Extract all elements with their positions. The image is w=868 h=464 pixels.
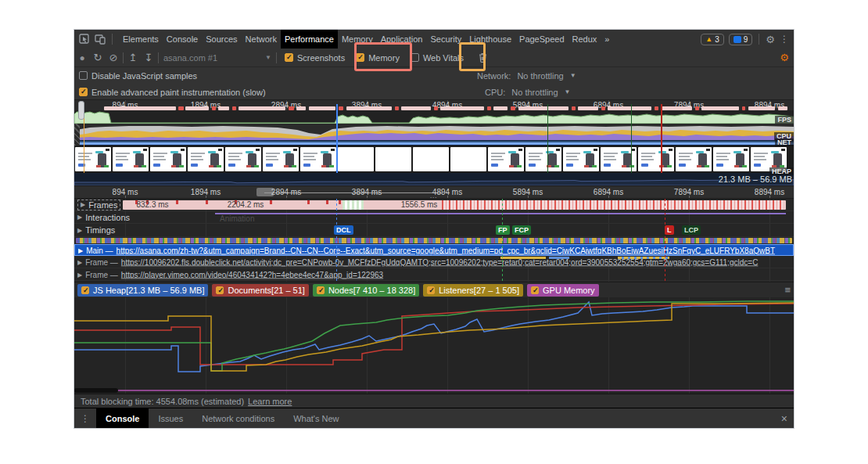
timings-track[interactable]: DCLFPFCPLLCP ▶ Timings xyxy=(74,224,794,237)
checkbox-box-screenshots[interactable] xyxy=(285,53,293,62)
tab-performance[interactable]: Performance xyxy=(281,30,338,49)
network-throttling-select[interactable]: Network: No throttling ▼ xyxy=(477,67,576,84)
expand-arrow-icon[interactable]: ▶ xyxy=(77,258,82,265)
record-button[interactable]: ● xyxy=(74,51,90,65)
counter-chip-gpu-memory[interactable]: GPU Memory xyxy=(527,284,599,297)
tab-network[interactable]: Network xyxy=(242,30,281,49)
checkbox-label: Web Vitals xyxy=(423,53,464,63)
drawer-tab-what-s-new[interactable]: What's New xyxy=(284,408,348,428)
counter-chip-js-heap-21-3-mb-56-9-mb[interactable]: JS Heap[21.3 MB – 56.9 MB] xyxy=(77,284,208,297)
filmstrip-thumbnail[interactable] xyxy=(225,147,261,171)
timeline-overview[interactable]: 894 ms1894 ms2894 ms3894 ms4894 ms5894 m… xyxy=(74,100,794,185)
counter-checkbox-nodes-7-410-18-328[interactable] xyxy=(317,286,325,294)
interactions-track-header[interactable]: ▶ Interactions xyxy=(77,213,130,222)
filmstrip-thumbnail[interactable] xyxy=(601,147,637,171)
filmstrip-thumbnail[interactable] xyxy=(263,147,299,171)
filmstrip-thumbnail[interactable] xyxy=(338,147,374,171)
main-thread-track[interactable]: ▶ Main — https://asana.com/zh-tw?&utm_ca… xyxy=(74,244,794,256)
filmstrip-thumbnail[interactable] xyxy=(188,147,224,171)
filmstrip-thumbnail[interactable] xyxy=(300,147,336,171)
frame-track-vimeo[interactable]: ▶ Frame — https://player.vimeo.com/video… xyxy=(74,268,794,281)
filmstrip-thumbnail[interactable] xyxy=(150,147,186,171)
drawer-tab-issues[interactable]: Issues xyxy=(149,408,192,428)
memory-counters-chart[interactable] xyxy=(74,297,794,394)
detail-ruler[interactable]: ⋯ 894 ms1894 ms2894 ms3894 ms4894 ms5894… xyxy=(74,185,794,199)
tab-elements[interactable]: Elements xyxy=(119,30,163,49)
console-messages-badge[interactable]: 9 xyxy=(729,34,753,45)
inspect-element-icon[interactable] xyxy=(79,34,90,45)
filmstrip-thumbnail[interactable] xyxy=(488,147,524,171)
expand-arrow-icon[interactable]: ▶ xyxy=(77,271,82,278)
counter-chip-nodes-7-410-18-328[interactable]: Nodes[7 410 – 18 328] xyxy=(313,284,419,297)
dropdown-arrow-icon: ▼ xyxy=(265,54,271,61)
close-drawer-icon[interactable]: × xyxy=(775,412,794,425)
thumb-text-line xyxy=(228,156,239,157)
settings-gear-icon[interactable]: ⚙ xyxy=(766,34,775,45)
timing-badge-dcl[interactable]: DCL xyxy=(334,225,353,235)
timing-badge-fcp[interactable]: FCP xyxy=(512,225,531,235)
warnings-badge[interactable]: ▲ 3 xyxy=(701,34,723,45)
expand-arrow-icon[interactable]: ▶ xyxy=(77,214,82,221)
reload-and-record-button[interactable]: ↻ xyxy=(90,51,106,65)
timings-track-header[interactable]: ▶ Timings xyxy=(77,225,115,235)
tab-item[interactable]: » xyxy=(601,30,613,49)
checkbox-box-enable-advanced-paint-instrumentation-slow[interactable] xyxy=(79,88,88,96)
filmstrip-thumbnail[interactable] xyxy=(676,147,712,171)
filmstrip-thumbnail[interactable] xyxy=(375,147,411,171)
counter-checkbox-listeners-27-1-505[interactable] xyxy=(427,286,435,294)
recording-select[interactable]: asana.com #1 ▼ xyxy=(160,53,274,63)
counter-chip-documents-21-51[interactable]: Documents[21 – 51] xyxy=(212,284,308,297)
counter-checkbox-js-heap-21-3-mb-56-9-mb[interactable] xyxy=(81,286,89,294)
tab-sources[interactable]: Sources xyxy=(202,30,241,49)
tab-pagespeed[interactable]: PageSpeed xyxy=(515,30,569,49)
tab-console[interactable]: Console xyxy=(163,30,202,49)
capture-settings-gear-icon[interactable]: ⚙ xyxy=(780,52,789,63)
timing-badge-lcp[interactable]: LCP xyxy=(682,225,701,235)
filmstrip-thumbnail[interactable] xyxy=(525,147,561,171)
warning-triangle-icon: ▲ xyxy=(705,35,712,43)
load-profile-button[interactable]: ↥ xyxy=(125,51,141,65)
device-toolbar-icon[interactable] xyxy=(95,34,106,45)
cpu-throttling-select[interactable]: CPU: No throttling ▼ xyxy=(485,84,571,100)
expand-arrow-icon[interactable]: ▶ xyxy=(77,227,82,234)
counters-menu-icon[interactable]: ≡ xyxy=(784,284,791,296)
filmstrip-thumbnail[interactable] xyxy=(113,147,149,171)
clear-recording-button[interactable]: ⊘ xyxy=(106,51,121,65)
expand-arrow-icon[interactable]: ▶ xyxy=(78,246,83,254)
filmstrip-thumbnail[interactable] xyxy=(75,147,111,171)
checkbox-box-disable-javascript-samples[interactable] xyxy=(79,71,88,80)
timing-badge-fp[interactable]: FP xyxy=(496,225,510,235)
expand-arrow-icon[interactable]: ▶ xyxy=(81,201,85,208)
timing-badge-l[interactable]: L xyxy=(665,225,674,235)
filmstrip-thumbnail[interactable] xyxy=(413,147,449,171)
web-vitals-checkbox[interactable]: Web Vitals xyxy=(411,53,464,63)
drawer-tab-console[interactable]: Console xyxy=(96,408,149,428)
drawer-menu-icon[interactable]: ⋮ xyxy=(74,413,96,424)
main-track-prefix: Main — xyxy=(86,246,113,254)
horizontal-scrollbar-thumb[interactable] xyxy=(74,388,118,393)
overview-heap-lane xyxy=(74,173,794,185)
paint-instrumentation-checkbox[interactable]: Enable advanced paint instrumentation (s… xyxy=(79,84,266,100)
tab-redux[interactable]: Redux xyxy=(569,30,601,49)
frames-track-header[interactable]: ▶ Frames xyxy=(77,200,120,210)
drawer-tab-network-conditions[interactable]: Network conditions xyxy=(192,408,284,428)
counter-checkbox-gpu-memory[interactable] xyxy=(531,286,539,294)
thumb-text-line xyxy=(604,153,618,154)
interactions-track[interactable]: Animation ▶ Interactions xyxy=(74,211,794,224)
counter-chip-listeners-27-1-505[interactable]: Listeners[27 – 1 505] xyxy=(423,284,523,297)
save-profile-button[interactable]: ↧ xyxy=(141,51,156,65)
counter-checkbox-documents-21-51[interactable] xyxy=(216,286,224,294)
screenshots-checkbox[interactable]: Screenshots xyxy=(285,53,345,63)
filmstrip-thumbnail[interactable] xyxy=(450,147,486,171)
network-request-bar xyxy=(104,106,176,110)
frames-track[interactable]: ▶ Frames 832.3 ms2204.2 ms1556.5 ms xyxy=(74,199,794,211)
selection-handle[interactable] xyxy=(78,101,84,120)
filmstrip-thumbnail[interactable] xyxy=(638,147,674,171)
learn-more-link[interactable]: Learn more xyxy=(248,397,292,406)
frames-bar[interactable]: 832.3 ms2204.2 ms1556.5 ms xyxy=(123,200,786,210)
more-options-icon[interactable]: ⋮ xyxy=(780,34,789,45)
disable-js-samples-checkbox[interactable]: Disable JavaScript samples xyxy=(79,67,197,84)
filmstrip-thumbnail[interactable] xyxy=(713,147,749,171)
frame-track-doubleclick[interactable]: ▶ Frame — https://10096202.fls.doublecli… xyxy=(74,256,794,268)
filmstrip-thumbnail[interactable] xyxy=(563,147,599,171)
